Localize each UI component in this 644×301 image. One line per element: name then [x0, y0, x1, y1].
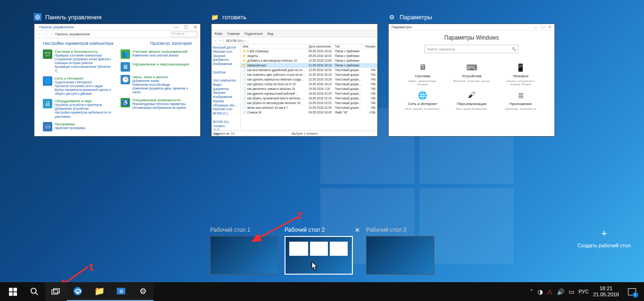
file-row: 📄 как сделать чтобы не было wi m 1019.05…	[241, 82, 377, 87]
chrome-title: Параметры	[391, 25, 412, 29]
explorer-sidebar: Быстрый доступРабочий столЗагрузкиДокуме…	[212, 44, 241, 130]
cp-category: 🕒Часы, язык и регионДобавление языкаИзме…	[121, 75, 192, 95]
task-view-button[interactable]	[45, 282, 67, 301]
cursor-icon	[311, 261, 318, 271]
taskbar-app-control-panel[interactable]: ⚙	[110, 282, 132, 301]
sidebar-item: Документы	[213, 87, 239, 91]
file-row: 📁 1 веб страницы09.05.2018 18:42Папка с …	[241, 49, 377, 54]
up-icon: ↑	[50, 32, 52, 36]
svg-rect-3	[13, 288, 17, 292]
svg-point-6	[31, 288, 36, 293]
action-center-button[interactable]: 2	[623, 282, 640, 301]
svg-rect-9	[54, 289, 60, 293]
cp-category: 🖨Оборудование и звукПросмотр устройств и…	[43, 99, 114, 119]
tray-network-icon[interactable]: ⚠	[547, 288, 553, 295]
clock-date: 21.05.2018	[593, 292, 619, 298]
sidebar-item: Документы	[213, 58, 239, 62]
status-count: Элементов: 14	[213, 132, 234, 135]
sidebar-item: OneDrive	[213, 71, 239, 75]
sidebar-item: Видео	[213, 83, 239, 87]
window-title: готовить	[222, 14, 246, 21]
settings-title: Параметры Windows	[444, 34, 499, 41]
sidebar-item: BF360 (C:)	[213, 112, 239, 116]
tray-location-icon[interactable]: ◑	[538, 288, 543, 295]
column-header: Дата изменения	[309, 45, 333, 48]
folder-icon: 📁	[211, 13, 219, 21]
virtual-desktop[interactable]: Рабочий стол 2✕	[285, 226, 360, 275]
desktop-label: Рабочий стол 1	[210, 227, 250, 233]
sidebar-item: Быстрый доступ	[213, 46, 239, 50]
search-button[interactable]	[24, 282, 45, 301]
file-row: 📄 меню пуск windows 10 как в 710.05.2018…	[241, 106, 377, 110]
close-desktop-button[interactable]: ✕	[355, 227, 360, 234]
tray-chevron-up-icon[interactable]: ˄	[530, 288, 533, 295]
desktop-label: Рабочий стол 2	[285, 227, 325, 233]
desktop-thumbnail	[366, 236, 434, 275]
minimize-icon: —	[534, 25, 538, 29]
window-preview: ФайлГлавнаяПоделитьсяВид ← → ↑ ВОУЛК (H:…	[211, 24, 378, 137]
window-thumb-control-panel[interactable]: ⚙ Панель управления Панель управления — …	[34, 13, 201, 137]
window-title: Параметры	[399, 14, 432, 21]
tray-battery-icon[interactable]: ▭	[569, 288, 574, 295]
file-row: 📁 завершённые21.05.2018 18:14Папка с фай…	[241, 63, 377, 68]
cp-category: 🌐Сеть и ИнтернетПодключение к ИнтернетуП…	[43, 76, 114, 96]
sidebar-item: Объемные объекты	[213, 104, 239, 108]
minimize-icon: —	[174, 25, 179, 30]
settings-category: ⌨УстройстваBluetooth, принтеры, мышь	[452, 62, 491, 86]
annotation-number-2: 2	[297, 210, 302, 221]
maximize-icon: ☐	[541, 25, 545, 29]
file-row: 📄 Снимок.W09.05.2018 18:45Файл "W"0 КБ	[241, 110, 377, 115]
sidebar-item: Рабочий стол	[213, 50, 239, 54]
cp-category: ▭ПрограммыУдаление программы	[43, 122, 114, 131]
window-thumb-settings[interactable]: ⚙ Параметры Параметры —☐✕ Параметры Wind…	[388, 13, 555, 137]
system-tray: ˄ ◑ ⚠ 🔊 ▭ РУС 18:21 21.05.2018 2	[530, 282, 642, 301]
sidebar-item: ВОУЛК (H:)	[213, 120, 239, 124]
svg-rect-8	[52, 290, 58, 294]
sidebar-item: Музыка	[213, 99, 239, 104]
taskbar-app-edge[interactable]	[67, 282, 89, 301]
plus-icon: +	[601, 228, 607, 240]
settings-category: 🌐Сеть и ИнтернетWi-Fi, режим "в самолете…	[403, 89, 442, 110]
file-row: 📄 как убрать из автозагрузки windows 101…	[241, 101, 377, 106]
cp-view: Просмотр: Категория	[150, 41, 192, 46]
sidebar-item: Рабочий стол	[213, 107, 239, 112]
column-header: Имя	[243, 45, 307, 48]
gear-icon: ⚙	[139, 286, 147, 296]
virtual-desktop[interactable]: Рабочий стол 3	[366, 226, 434, 275]
ribbon-tab: Вид	[268, 32, 274, 35]
window-thumb-explorer[interactable]: 📁 готовить ФайлГлавнаяПоделитьсяВид ← → …	[211, 13, 378, 137]
desktop-label: Рабочий стол 3	[366, 227, 406, 233]
taskbar-app-settings[interactable]: ⚙	[132, 282, 154, 301]
sidebar-item: Загрузки	[213, 91, 239, 95]
desktop-thumbnail	[285, 236, 353, 275]
cp-category: ♿Специальные возможностиРекомендуемые Wi…	[121, 98, 192, 110]
forward-icon: →	[219, 39, 222, 42]
cp-category: 🛡Система и безопасностьПроверка состояни…	[43, 49, 114, 73]
new-desktop-button[interactable]: + Создать рабочий стол	[578, 228, 631, 248]
desktop-thumbnail	[210, 236, 278, 275]
tray-clock[interactable]: 18:21 21.05.2018	[593, 285, 619, 297]
file-row: 📄 как поменять цвет рабочего стола на wi…	[241, 73, 377, 77]
ribbon-tab: Поделиться	[245, 32, 263, 35]
virtual-desktop[interactable]: Рабочий стол 1	[210, 226, 278, 275]
svg-line-7	[36, 293, 38, 295]
file-row: 📄 как убрать прозрачный пуск в windows .…	[241, 96, 377, 101]
breadcrumb: ВОУЛК (H:) › ...	[226, 39, 249, 42]
column-header: Тип	[335, 45, 362, 48]
sidebar-item: Загрузки	[213, 54, 239, 58]
breadcrumb: Панель управления	[55, 32, 90, 36]
taskbar-app-explorer[interactable]: 📁	[89, 282, 110, 301]
file-row: 📄 как удалить скриншотный рабочий ...18.…	[241, 91, 377, 96]
settings-category: 🖥СистемаЭкран, уведомления, питание	[403, 62, 442, 86]
sidebar-item: Изображения	[213, 95, 239, 99]
clock-time: 18:21	[600, 285, 613, 292]
tray-volume-icon[interactable]: 🔊	[557, 288, 564, 295]
search-input: Поиск в...	[171, 32, 197, 37]
sidebar-item	[213, 74, 239, 79]
window-title: Панель управления	[45, 14, 101, 21]
tray-language[interactable]: РУС	[579, 289, 589, 294]
control-panel-icon: ⚙	[34, 13, 41, 21]
svg-rect-5	[13, 292, 17, 296]
start-button[interactable]	[2, 282, 24, 301]
settings-category: 🖌ПерсонализацияФон, экран блокировки	[452, 89, 491, 110]
